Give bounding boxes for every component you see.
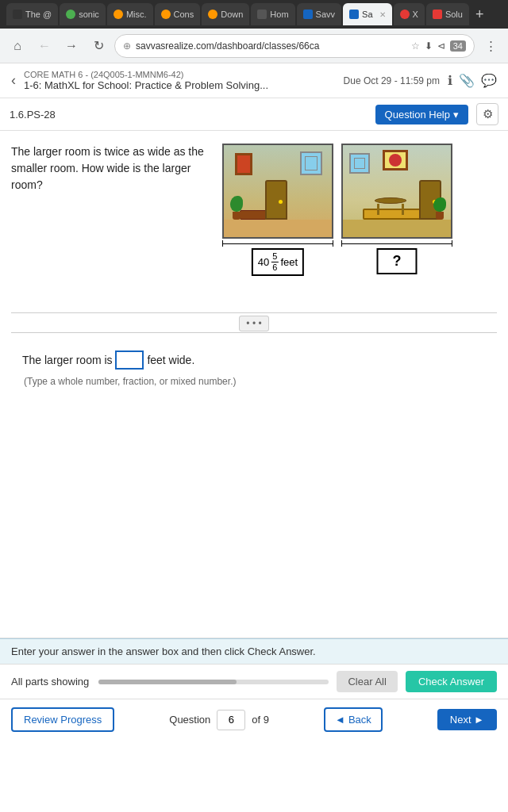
tab-5[interactable]: Down <box>202 3 249 25</box>
tab-favicon-7 <box>303 10 313 19</box>
tab-close-8[interactable]: ✕ <box>379 10 386 19</box>
tab-7[interactable]: Savv <box>297 3 341 25</box>
room2-image <box>341 144 452 239</box>
problem-area: The larger room is twice as wide as the … <box>11 144 497 308</box>
tab-label-5: Down <box>221 10 243 19</box>
tab-favicon-6 <box>257 10 267 19</box>
more-options-button[interactable]: ⋮ <box>479 35 502 57</box>
room1-floor <box>224 220 332 237</box>
parts-label: All parts showing <box>11 676 90 688</box>
parts-bar: All parts showing Clear All Check Answer <box>0 664 508 699</box>
tab-1[interactable]: The @ <box>6 3 58 25</box>
room2-measurement-container <box>341 240 452 247</box>
room2-plant <box>433 197 446 220</box>
tab-favicon-10 <box>433 10 442 19</box>
table-legs <box>375 204 406 215</box>
download-icon[interactable]: ⬇ <box>425 40 433 52</box>
settings-button[interactable]: ⚙ <box>476 103 498 125</box>
back-button[interactable]: ◄ Back <box>324 707 383 732</box>
question-help-label: Question Help <box>385 109 450 121</box>
room2-floor <box>343 220 451 237</box>
back-arrow-icon: ◄ <box>335 714 345 726</box>
answer-suffix: feet wide. <box>147 354 194 366</box>
bookmark-icon[interactable]: ☆ <box>411 40 420 52</box>
rooster-icon <box>389 154 402 167</box>
tab-label-1: The @ <box>25 10 52 19</box>
room1-fraction-bot: 6 <box>271 262 278 273</box>
room1-plant <box>230 196 243 220</box>
answer-prefix: The larger room is <box>22 354 113 366</box>
instruction-text: Enter your answer in the answer box and … <box>11 645 316 657</box>
tab-9[interactable]: X <box>394 3 425 25</box>
tab-6[interactable]: Hom <box>251 3 294 25</box>
room1-unit: feet <box>280 256 298 268</box>
next-label: Next ► <box>450 714 484 726</box>
tab-favicon-9 <box>400 10 410 19</box>
room1-wrapper: 40 5 6 feet <box>222 144 333 300</box>
home-button[interactable]: ⌂ <box>6 35 29 57</box>
refresh-button[interactable]: ↻ <box>87 35 110 57</box>
room1-measurement-container <box>222 240 333 247</box>
question-bar: 1.6.PS-28 Question Help ▾ ⚙ <box>0 98 508 131</box>
tab-label-4: Cons <box>174 10 194 19</box>
question-number-input[interactable] <box>217 710 245 730</box>
address-scheme-icon: ⊕ <box>123 40 131 52</box>
review-progress-button[interactable]: Review Progress <box>11 707 114 732</box>
browser-tab-bar: The @ sonic Misc. Cons Down Hom Savv Sa … <box>0 0 508 29</box>
header-actions: ℹ 📎 💬 <box>448 73 497 88</box>
room1-measurement-label: 40 5 6 feet <box>252 248 304 276</box>
due-date: Due Oct 29 - 11:59 pm <box>344 75 440 86</box>
table-top <box>375 197 406 204</box>
back-to-course-button[interactable]: ‹ <box>11 72 16 89</box>
answer-hint: (Type a whole number, fraction, or mixed… <box>22 376 236 387</box>
tab-favicon-1 <box>13 10 22 19</box>
main-content: The larger room is twice as wide as the … <box>0 131 508 638</box>
tab-4[interactable]: Cons <box>155 3 201 25</box>
table-leg-right <box>402 204 404 215</box>
room1-fraction-top: 5 <box>271 251 278 262</box>
expand-collapse-button[interactable]: • • • <box>11 308 497 338</box>
back-nav-button[interactable]: ← <box>33 35 56 57</box>
footer-nav: Review Progress Question of 9 ◄ Back Nex… <box>0 699 508 740</box>
room1-door <box>265 180 287 220</box>
tab-3[interactable]: Misc. <box>107 3 153 25</box>
tab-favicon-5 <box>208 10 217 19</box>
expand-icon: • • • <box>239 316 268 331</box>
browser-nav-bar: ⌂ ← → ↻ ⊕ savvasrealize.com/dashboard/cl… <box>0 29 508 63</box>
message-icon[interactable]: 💬 <box>481 73 497 88</box>
divider-line-bottom <box>11 332 497 333</box>
course-label: CORE MATH 6 - (24Q005-1-MMNM6-42) <box>24 70 336 79</box>
gear-icon: ⚙ <box>483 107 493 121</box>
room1-image <box>222 144 333 239</box>
question-id: 1.6.PS-28 <box>10 109 65 121</box>
tab-10[interactable]: Solu <box>426 3 469 25</box>
tab-2[interactable]: sonic <box>60 3 106 25</box>
extensions-icon[interactable]: 34 <box>450 40 466 52</box>
instruction-bar: Enter your answer in the answer box and … <box>0 638 508 664</box>
answer-area: The larger room is feet wide. (Type a wh… <box>11 338 497 396</box>
tab-favicon-3 <box>114 10 123 19</box>
question-mark-label: ? <box>393 253 402 269</box>
answer-input[interactable] <box>115 350 144 370</box>
room-images: 40 5 6 feet <box>222 144 497 308</box>
tab-favicon-2 <box>66 10 75 19</box>
clear-all-button[interactable]: Clear All <box>337 671 397 692</box>
parts-progress-bar <box>98 680 329 684</box>
forward-nav-button[interactable]: → <box>60 35 83 57</box>
tab-label-10: Solu <box>445 10 463 19</box>
new-tab-button[interactable]: + <box>471 6 489 23</box>
address-bar[interactable]: ⊕ savvasrealize.com/dashboard/classes/66… <box>114 34 475 58</box>
tab-label-2: sonic <box>79 10 99 19</box>
attachment-icon[interactable]: 📎 <box>459 73 475 88</box>
room1-window <box>300 151 322 175</box>
check-answer-button[interactable]: Check Answer <box>406 671 497 692</box>
question-help-button[interactable]: Question Help ▾ <box>375 105 468 124</box>
room2-question-mark: ? <box>377 248 418 274</box>
question-of-label: of 9 <box>252 714 269 726</box>
info-icon[interactable]: ℹ <box>448 73 452 88</box>
room2-window-left <box>349 153 370 174</box>
tab-8[interactable]: Sa ✕ <box>343 3 391 25</box>
question-nav: Question of 9 <box>169 710 269 730</box>
share-icon[interactable]: ⊲ <box>437 40 445 52</box>
next-button[interactable]: Next ► <box>437 709 497 730</box>
